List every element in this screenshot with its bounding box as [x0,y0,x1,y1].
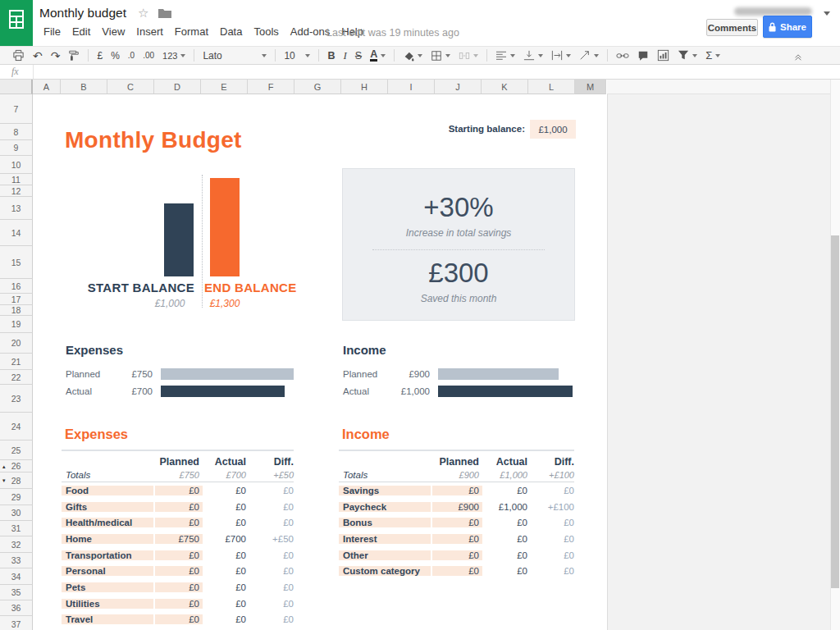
scrollbar-thumb[interactable] [831,235,839,588]
text-color-button[interactable]: A [366,48,390,63]
diff-cell[interactable]: £0 [246,599,294,609]
table-row[interactable]: Health/medical £0 £0 £0 [62,515,294,530]
planned-cell[interactable]: £0 [155,582,203,592]
expenses-table-totals[interactable]: Totals £750 £700 +£50 [62,470,294,480]
table-row[interactable]: Transportation £0 £0 £0 [62,548,294,563]
table-row[interactable]: Gifts £0 £0 £0 [62,500,294,514]
vertical-align-button[interactable] [519,48,547,63]
category-cell[interactable]: Transportation [62,550,153,560]
planned-cell[interactable]: £0 [155,566,203,576]
move-to-folder-icon[interactable] [158,8,171,18]
format-currency-icon[interactable]: £ [93,48,107,63]
horizontal-align-button[interactable] [491,48,519,63]
category-cell[interactable]: Paycheck [339,502,431,512]
row-header[interactable]: 17 [0,294,33,305]
row-header[interactable]: 13 [0,197,33,220]
row-header[interactable]: 21 [0,354,33,370]
decrease-decimals-icon[interactable]: .0 [124,48,139,63]
column-header[interactable]: D [154,80,201,94]
font-family-select[interactable]: Lato [199,48,271,63]
italic-button[interactable]: I [339,48,350,63]
diff-cell[interactable]: £0 [246,486,294,495]
account-menu-caret-icon[interactable] [824,11,830,19]
actual-cell[interactable]: £700 [203,534,246,544]
category-cell[interactable]: Interest [339,534,431,544]
column-header[interactable]: J [435,80,482,94]
insert-chart-icon[interactable] [653,48,673,63]
formula-bar[interactable]: fx [0,65,840,80]
font-size-select[interactable]: 10 [280,48,314,63]
row-header[interactable]: 11 [0,174,33,185]
actual-cell[interactable]: £0 [482,534,527,544]
category-cell[interactable]: Custom category [339,566,431,576]
planned-cell[interactable]: £0 [432,566,482,576]
planned-cell[interactable]: £0 [155,518,203,527]
row-header[interactable]: 16 [0,279,33,294]
undo-icon[interactable]: ↶ [29,48,47,63]
row-header[interactable]: 20 [0,333,33,354]
column-header[interactable]: G [294,80,341,94]
document-title[interactable]: Monthly budget [39,6,126,21]
star-icon[interactable]: ☆ [138,6,148,21]
table-row[interactable]: Travel £0 £0 £0 [62,613,294,628]
more-formats-button[interactable]: 123 [158,48,189,63]
menu-item[interactable]: Data [214,24,248,39]
summary-bar-row[interactable]: Planned £750 [66,365,336,382]
category-cell[interactable]: Travel [62,614,153,624]
select-all-corner[interactable] [0,80,33,94]
category-cell[interactable]: Savings [339,486,431,495]
share-button[interactable]: Share [763,16,812,38]
category-cell[interactable]: Health/medical [62,518,153,527]
actual-cell[interactable]: £0 [482,566,527,576]
column-header[interactable]: I [388,80,435,94]
diff-cell[interactable]: £0 [246,566,294,576]
row-header[interactable]: 15 [0,246,33,279]
planned-cell[interactable]: £0 [155,486,203,495]
hidden-rows-toggle-icon[interactable]: ▾ [2,477,6,483]
planned-cell[interactable]: £750 [155,534,203,544]
summary-bar-row[interactable]: Actual £1,000 [343,382,607,399]
row-header[interactable]: 34 [0,568,33,585]
actual-cell[interactable]: £0 [203,599,246,609]
borders-button[interactable] [427,48,454,63]
diff-cell[interactable]: +£100 [527,502,574,512]
hidden-rows-toggle-icon[interactable]: ▴ [2,463,6,469]
planned-cell[interactable]: £0 [155,502,203,512]
merge-cells-button[interactable] [454,48,482,63]
table-row[interactable]: Savings £0 £0 £0 [339,483,574,498]
bold-button[interactable]: B [323,48,339,63]
row-header[interactable]: 10 [0,156,33,174]
menu-item[interactable]: Format [169,24,214,39]
category-cell[interactable]: Home [62,534,153,544]
category-cell[interactable]: Gifts [62,502,153,512]
table-row[interactable]: Other £0 £0 £0 [339,548,574,563]
income-table-totals[interactable]: Totals £900 £1,000 +£100 [339,470,574,480]
diff-cell[interactable]: £0 [527,486,574,495]
row-header[interactable]: 33 [0,553,33,568]
row-header[interactable]: 18 [0,305,33,316]
actual-cell[interactable]: £0 [203,614,246,624]
category-cell[interactable]: Utilities [62,599,153,609]
insert-link-icon[interactable] [612,48,633,63]
insert-comment-icon[interactable] [633,48,653,63]
category-cell[interactable]: Bonus [339,518,431,527]
sheets-logo-icon[interactable] [0,0,33,46]
table-row[interactable]: Food £0 £0 £0 [62,483,294,498]
diff-cell[interactable]: +£50 [246,534,294,544]
row-header[interactable]: 22 [0,370,33,385]
fill-color-button[interactable] [399,48,427,63]
planned-cell[interactable]: £0 [155,550,203,560]
diff-cell[interactable]: £0 [527,534,574,544]
table-row[interactable]: Interest £0 £0 £0 [339,532,574,546]
actual-cell[interactable]: £0 [482,518,527,527]
row-header[interactable]: ▴ 26 [0,460,33,472]
row-header[interactable]: 31 [0,521,33,536]
column-header[interactable]: K [482,80,528,94]
print-icon[interactable] [8,48,29,63]
menu-item[interactable]: View [96,24,130,39]
planned-cell[interactable]: £0 [432,534,482,544]
actual-cell[interactable]: £0 [203,566,246,576]
planned-cell[interactable]: £900 [432,502,482,512]
column-header[interactable]: C [107,80,154,94]
collapse-toolbar-icon[interactable] [789,49,807,64]
